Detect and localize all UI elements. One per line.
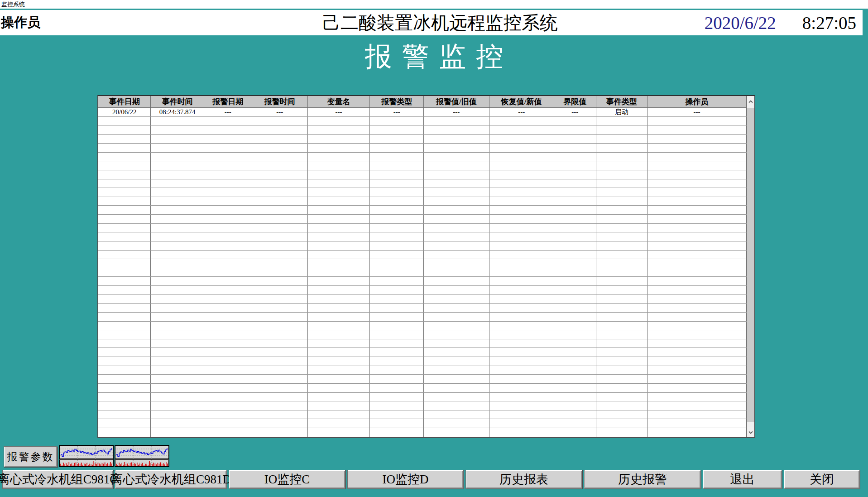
empty-row-cell <box>151 250 204 259</box>
empty-row-cell <box>307 277 369 286</box>
nav-chiller-c981c[interactable]: 离心式冷水机组C981C <box>2 470 113 489</box>
empty-row[interactable] <box>98 259 747 268</box>
empty-row[interactable] <box>98 268 747 277</box>
empty-row[interactable] <box>98 392 747 401</box>
empty-row[interactable] <box>98 197 747 206</box>
empty-row[interactable] <box>98 206 747 215</box>
empty-row-cell <box>554 312 596 321</box>
empty-row[interactable] <box>98 144 747 153</box>
empty-row[interactable] <box>98 277 747 286</box>
empty-row-cell <box>151 179 204 188</box>
empty-row-cell <box>370 117 424 126</box>
nav-history-report[interactable]: 历史报表 <box>465 470 582 489</box>
empty-row-cell <box>252 250 307 259</box>
nav-history-alarm[interactable]: 历史报警 <box>584 470 701 489</box>
empty-row-cell <box>647 161 746 170</box>
empty-row-cell <box>98 179 151 188</box>
empty-row-cell <box>489 286 554 295</box>
empty-row-cell <box>98 268 151 277</box>
empty-row-cell <box>307 348 369 357</box>
empty-row-cell <box>204 375 252 384</box>
empty-row-cell <box>252 286 307 295</box>
empty-row-cell <box>596 339 647 348</box>
vertical-scrollbar[interactable] <box>747 96 754 437</box>
empty-row[interactable] <box>98 410 747 419</box>
empty-row[interactable] <box>98 401 747 410</box>
empty-row-cell <box>151 197 204 206</box>
empty-row-cell <box>489 197 554 206</box>
empty-row[interactable] <box>98 286 747 295</box>
menu-item-monitor-system[interactable]: 监控系统 <box>1 0 25 9</box>
empty-row[interactable] <box>98 321 747 330</box>
empty-row-cell <box>307 117 369 126</box>
empty-row-cell <box>647 223 746 232</box>
alarm-event-row-cell: --- <box>424 107 489 117</box>
empty-row-cell <box>204 383 252 392</box>
empty-row[interactable] <box>98 135 747 144</box>
empty-row-cell <box>489 179 554 188</box>
empty-row-cell <box>98 286 151 295</box>
empty-row[interactable] <box>98 375 747 384</box>
empty-row-cell <box>647 135 746 144</box>
nav-close[interactable]: 关闭 <box>784 470 860 489</box>
empty-row[interactable] <box>98 339 747 348</box>
empty-row-cell <box>204 215 252 224</box>
empty-row-cell <box>151 232 204 241</box>
empty-row-cell <box>204 392 252 401</box>
trend-thumbnail-c981c[interactable] <box>59 445 114 467</box>
empty-row-cell <box>204 179 252 188</box>
empty-row-cell <box>489 152 554 161</box>
column-header: 操作员 <box>647 96 746 107</box>
nav-chiller-c981d[interactable]: 离心式冷水机组C981D <box>115 470 227 489</box>
empty-row-cell <box>647 312 746 321</box>
empty-row[interactable] <box>98 232 747 241</box>
trend-thumbnail-c981d[interactable] <box>115 445 169 467</box>
empty-row-cell <box>370 294 424 304</box>
header-right-notch <box>863 10 868 35</box>
scroll-down-button[interactable] <box>747 427 754 437</box>
empty-row[interactable] <box>98 188 747 197</box>
empty-row[interactable] <box>98 348 747 357</box>
alarm-params-button[interactable]: 报警参数 <box>4 446 58 467</box>
empty-row-cell <box>370 197 424 206</box>
empty-row[interactable] <box>98 383 747 392</box>
empty-row[interactable] <box>98 250 747 259</box>
alarm-event-row[interactable]: 20/06/2208:24:37.874--------------------… <box>98 107 747 117</box>
empty-row-cell <box>204 161 252 170</box>
empty-row-cell <box>98 375 151 384</box>
empty-row[interactable] <box>98 312 747 321</box>
empty-row[interactable] <box>98 117 747 126</box>
empty-row[interactable] <box>98 170 747 179</box>
empty-row[interactable] <box>98 366 747 375</box>
empty-row-cell <box>98 392 151 401</box>
table-header-row: 事件日期事件时间报警日期报警时间变量名报警类型报警值/旧值恢复值/新值界限值事件… <box>98 96 747 107</box>
empty-row-cell <box>647 144 746 153</box>
empty-row[interactable] <box>98 215 747 224</box>
empty-row[interactable] <box>98 125 747 135</box>
empty-row[interactable] <box>98 294 747 304</box>
nav-io-monitor-d[interactable]: IO监控D <box>347 470 464 489</box>
empty-row[interactable] <box>98 357 747 366</box>
empty-row[interactable] <box>98 419 747 428</box>
empty-row[interactable] <box>98 304 747 313</box>
scrollbar-thumb[interactable] <box>747 108 754 422</box>
scroll-up-button[interactable] <box>747 96 754 107</box>
nav-exit[interactable]: 退出 <box>703 470 782 489</box>
empty-row[interactable] <box>98 223 747 232</box>
empty-row-cell <box>647 277 746 286</box>
empty-row[interactable] <box>98 428 747 437</box>
empty-row-cell <box>554 383 596 392</box>
empty-row[interactable] <box>98 161 747 170</box>
empty-row[interactable] <box>98 179 747 188</box>
empty-row[interactable] <box>98 241 747 250</box>
empty-row-cell <box>151 268 204 277</box>
empty-row[interactable] <box>98 152 747 161</box>
empty-row-cell <box>151 294 204 304</box>
empty-row[interactable] <box>98 330 747 339</box>
empty-row-cell <box>554 152 596 161</box>
empty-row-cell <box>424 215 489 224</box>
empty-row-cell <box>647 330 746 339</box>
empty-row-cell <box>554 197 596 206</box>
nav-io-monitor-c[interactable]: IO监控C <box>229 470 345 489</box>
empty-row-cell <box>98 410 151 419</box>
